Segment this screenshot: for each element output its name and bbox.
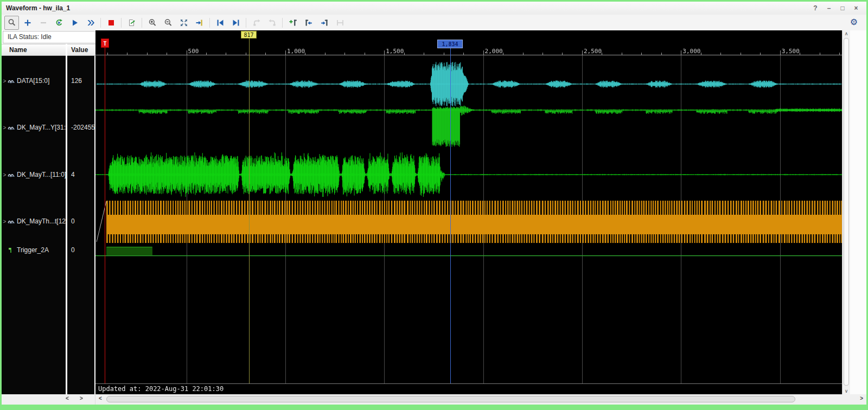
maximize-button[interactable]: □ [838,3,847,13]
horizontal-scrollbar-thumb[interactable] [106,396,795,402]
toolbar-separator [246,18,246,28]
add-probe-button[interactable] [20,16,35,30]
window-controls: ? – □ × [810,2,861,15]
stop-square-icon [107,18,116,27]
signal-row-dk-mayt-11-0-[interactable]: >DK_MayT...[11:0] [2,170,66,179]
undo-arrow-icon [252,18,261,27]
stop-trigger-button[interactable] [104,16,118,30]
circular-run-icon [55,18,63,27]
toolbar-separator [282,18,283,28]
add-marker-button[interactable] [285,16,300,30]
bus-signal-icon [8,78,16,84]
double-chevron-icon [86,18,95,27]
scroll-down-icon[interactable]: ∨ [843,388,850,394]
play-icon [71,18,79,27]
yellow-marker-flag[interactable]: 817 [241,31,257,39]
run-trigger-immediate-button[interactable] [83,16,98,30]
bus-signal-icon [8,171,16,178]
waveform-horizontal-scrollbar[interactable]: < > [95,394,866,405]
trigger-probe-icon [8,247,16,253]
zoom-in-button[interactable] [145,16,159,30]
vertical-scrollbar[interactable]: ∧ ∨ [842,30,850,394]
expand-chevron-icon[interactable]: > [2,172,8,178]
next-marker-button[interactable] [317,16,331,30]
minimize-button[interactable]: – [824,3,834,13]
signal-row-data-15-0-[interactable]: >DATA[15:0] [2,76,66,85]
swap-markers-button [333,16,347,30]
signal-value: 0 [71,217,95,226]
goto-start-button[interactable] [213,16,227,30]
zoom-out-icon [164,18,173,27]
ila-status-box: ILA Status: Idle [3,31,97,43]
signal-name: Trigger_2A [16,246,49,254]
panel-scroll-left-icon[interactable]: < [66,395,69,401]
swap-markers-icon [336,18,344,27]
panel-scroll-right-icon[interactable]: > [80,395,83,401]
toolbar-separator [209,18,210,28]
wave-scroll-right-icon[interactable]: > [860,395,863,401]
signal-row-dk-mayth-t-12-0[interactable]: >DK_MayTh...t[12:0 [2,217,66,226]
zoom-fit-icon [180,18,188,27]
zoom-fit-button[interactable] [176,16,191,30]
expand-chevron-icon[interactable]: > [2,78,8,84]
signal-name: DK_MayTh...t[12:0 [16,217,66,225]
prev-marker-button[interactable] [301,16,316,30]
arrow-to-trigger-icon [195,18,204,27]
goto-end-button[interactable] [228,16,243,30]
export-document-icon [127,18,136,27]
signal-table-header: Name Value [2,44,95,56]
window-title: Waveform - hw_ila_1 [2,4,70,12]
marker-left-icon [304,18,313,27]
add-marker-icon [289,18,297,27]
column-header-name[interactable]: Name [2,44,66,56]
signal-name: DK_MayT...[11:0] [16,171,66,178]
waveform-canvas[interactable] [95,30,842,394]
signal-row-trigger-2a[interactable]: Trigger_2A [2,246,66,254]
waveform-panel[interactable]: T 817 1,834 Updated at: 2022-Aug-31 22:0… [95,30,842,394]
signal-name: DK_MayT...Y[31:0 [16,124,66,131]
signal-value: 0 [71,246,95,254]
minus-icon [39,18,48,27]
signal-value: 126 [71,76,95,85]
blue-marker-flag[interactable]: 1,834 [437,40,463,48]
search-icon [8,18,16,27]
auto-retrigger-button[interactable] [52,16,66,30]
toolbar-separator [142,18,142,28]
bus-signal-icon [8,218,16,225]
vertical-scrollbar-thumb[interactable] [844,38,849,386]
signal-name: DATA[15:0] [16,77,49,85]
expand-chevron-icon[interactable]: > [2,125,8,131]
toolbar-buttons [4,16,348,30]
trigger-marker-flag[interactable]: T [101,39,109,48]
signal-value: 4 [71,170,95,179]
gear-icon[interactable]: ⚙ [850,16,858,28]
expand-chevron-icon[interactable]: > [2,219,8,225]
updated-at-text: Updated at: 2022-Aug-31 22:01:30 [98,385,224,393]
zoom-out-button[interactable] [161,16,175,30]
signal-panel: ILA Status: Idle Name Value >DATA[15:0]1… [2,30,95,394]
goto-trigger-button[interactable] [192,16,207,30]
run-trigger-button[interactable] [67,16,82,30]
signal-value: -2024550 [71,123,95,132]
column-header-value[interactable]: Value [67,44,95,56]
export-data-button[interactable] [124,16,139,30]
help-button[interactable]: ? [810,3,820,13]
bus-signal-icon [8,124,16,131]
redo-arrow-icon [268,18,277,27]
redo-zoom-button [265,16,279,30]
bottom-scrollbar-row: < > < > [2,394,866,405]
skip-to-end-icon [232,18,240,27]
signal-row-dk-mayt-y-31-0[interactable]: >DK_MayT...Y[31:0 [2,123,66,132]
zoom-select-button[interactable] [4,16,19,30]
scroll-up-icon[interactable]: ∧ [843,31,850,36]
close-button[interactable]: × [851,3,861,13]
toolbar: ⚙ [2,15,866,30]
undo-zoom-button [249,16,264,30]
zoom-in-icon [148,18,157,27]
right-side-strip [850,30,866,394]
panel-horizontal-scrollbar[interactable]: < > [2,394,95,405]
ila-status-text: ILA Status: Idle [8,33,52,41]
remove-probe-button [36,16,50,30]
wave-scroll-left-icon[interactable]: < [99,395,102,401]
title-bar: Waveform - hw_ila_1 ? – □ × [2,2,866,15]
